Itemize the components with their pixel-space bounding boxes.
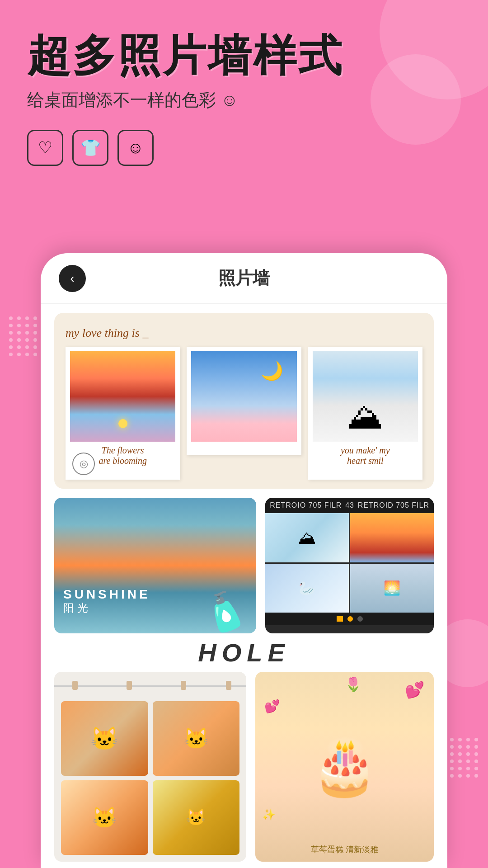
clothespin-1	[72, 681, 78, 690]
polaroid-sunset[interactable]: ◎ The flowersare blooming	[66, 347, 180, 480]
film-grid: ⛰ 🦢 🌅	[265, 513, 434, 613]
subtitle: 给桌面增添不一样的色彩 ☺	[27, 89, 461, 112]
bottle-overlay: 🧴	[196, 585, 253, 633]
polaroid-row: ◎ The flowersare blooming ✿ you make' my…	[66, 347, 422, 480]
handwriting-top: my love thing is _	[66, 326, 422, 340]
cat-grid: 🐱 🐱 🐱 🐱	[61, 701, 239, 855]
icon-row: ♡ 👕 ☺	[27, 130, 461, 166]
sparkle-star: ✨	[262, 808, 276, 821]
cat-photo-2: 🐱	[153, 701, 240, 776]
sunshine-panel[interactable]: SUNSHINE 阳 光 🧴	[54, 498, 256, 633]
cat-photo-1: 🐱	[61, 701, 148, 776]
content-area: my love thing is _ ◎ The flowersare bloo…	[41, 304, 447, 864]
film-dot-2	[357, 616, 363, 622]
back-button[interactable]: ‹	[59, 265, 86, 292]
film-cell-3: 🦢	[265, 564, 349, 613]
tulip-deco: 🌷	[345, 676, 361, 692]
film-dot-1	[347, 616, 353, 622]
bg-dots-right	[442, 738, 479, 778]
film-header-right: RETROID 705 FILR	[358, 501, 429, 509]
clothespin-2	[127, 681, 132, 690]
icon-smiley[interactable]: ☺	[117, 130, 154, 166]
cat-photo-4: 🐱	[153, 780, 240, 855]
header: 超多照片墙样式 给桌面增添不一样的色彩 ☺ ♡ 👕 ☺	[0, 0, 488, 179]
polaroid-caption-3: you make' myheart smil	[313, 445, 418, 466]
film-header-center: 43	[345, 501, 354, 509]
heart-sparkle-1: 💕	[405, 681, 425, 699]
mountain-image	[313, 351, 418, 442]
film-square	[337, 616, 343, 622]
sunshine-bg: SUNSHINE 阳 光 🧴	[54, 498, 256, 633]
film-cell-1: ⛰	[265, 513, 349, 562]
clothespin-3	[181, 681, 186, 690]
cake-caption: 草莓蛋糕 清新淡雅	[311, 844, 378, 855]
sunshine-cn: 阳 光	[63, 601, 88, 615]
nav-title: 照片墙	[218, 267, 270, 290]
cake-panel[interactable]: 🌷 💕 💕 ✨ 🎂 草莓蛋糕 清新淡雅	[255, 672, 434, 862]
sunshine-text: SUNSHINE	[63, 587, 150, 602]
sunset-image	[70, 351, 175, 442]
section-3: 🐱 🐱 🐱 🐱 🌷 💕 💕 ✨ 🎂 草莓蛋糕 清新淡雅	[54, 672, 434, 862]
heart-sparkle-2: 💕	[264, 699, 280, 714]
film-panel[interactable]: RETROIO 705 FILR 43 RETROID 705 FILR ⛰ 🦢…	[265, 498, 434, 633]
clothesline	[54, 685, 246, 687]
cake-bg: 🌷 💕 💕 ✨ 🎂 草莓蛋糕 清新淡雅	[255, 672, 434, 862]
polaroid-moon[interactable]	[187, 347, 301, 455]
clothespin-4	[226, 681, 231, 690]
film-cell-4: 🌅	[350, 564, 434, 613]
icon-heart[interactable]: ♡	[27, 130, 63, 166]
cat-photo-3: 🐱	[61, 780, 148, 855]
icon-shirt[interactable]: 👕	[72, 130, 108, 166]
film-header-left: RETROIO 705 FILR	[270, 501, 342, 509]
film-controls	[265, 613, 434, 625]
cat-wall[interactable]: 🐱 🐱 🐱 🐱	[54, 672, 246, 862]
film-cell-2	[350, 513, 434, 562]
cake-emoji: 🎂	[311, 735, 379, 799]
main-title: 超多照片墙样式	[27, 32, 461, 80]
polaroid-mountain[interactable]: ✿ you make' myheart smil	[308, 347, 422, 480]
phone-nav: ‹ 照片墙	[41, 253, 447, 304]
film-header: RETROIO 705 FILR 43 RETROID 705 FILR	[265, 498, 434, 513]
phone-mockup: ‹ 照片墙 my love thing is _ ◎ The flowersar…	[41, 253, 447, 868]
polaroid-section: my love thing is _ ◎ The flowersare bloo…	[54, 313, 434, 489]
moon-image	[191, 351, 296, 442]
hole-text: HOLE	[54, 638, 434, 667]
section-2: SUNSHINE 阳 光 🧴 RETROIO 705 FILR 43 RETRO…	[54, 498, 434, 633]
compass-stamp: ◎	[72, 453, 95, 475]
